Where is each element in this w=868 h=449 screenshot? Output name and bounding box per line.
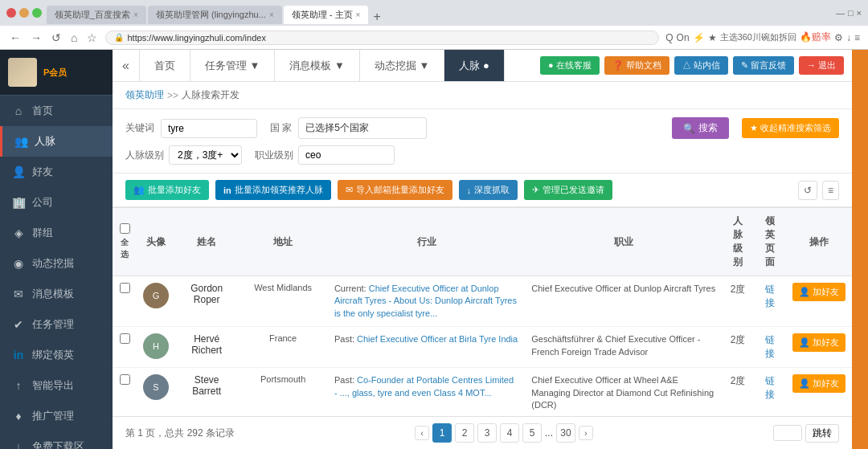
keyword-input[interactable]	[161, 119, 257, 138]
lightning-btn[interactable]: ⚡	[693, 32, 705, 43]
breadcrumb-home[interactable]: 领英助理	[125, 88, 164, 102]
name-cell: Steve Barrett	[175, 368, 238, 416]
inbox-button[interactable]: △ 站内信	[674, 56, 728, 75]
on-btn[interactable]: On	[677, 32, 690, 43]
row-checkbox-2[interactable]	[120, 374, 130, 385]
home-button[interactable]: ⌂	[69, 31, 79, 44]
refresh-button[interactable]: ↺	[50, 31, 63, 44]
hot-btn[interactable]: 🔥赔率	[800, 31, 831, 44]
sidebar-item-groups[interactable]: ◈ 群组	[0, 218, 113, 248]
tab-2-label: 领英助理管网 (lingyingzhu...	[156, 9, 266, 21]
browser-tab-3[interactable]: 领英助理 - 主页 ×	[284, 6, 369, 24]
main-with-strip: « 首页 任务管理 ▼ 消息模板 ▼ 动态挖掘 ▼	[113, 50, 868, 449]
name-cell: Gordon Roper	[175, 276, 238, 327]
page-2-button[interactable]: 2	[455, 423, 474, 443]
star-btn[interactable]: ★	[708, 32, 717, 43]
job-input[interactable]	[298, 145, 395, 165]
select-all-checkbox[interactable]	[120, 223, 130, 234]
address-input[interactable]: 🔒 https://www.lingyingzhuli.com/index	[105, 31, 659, 45]
sidebar-item-linkedin[interactable]: in 绑定领英	[0, 340, 113, 370]
deep-fetch-button[interactable]: ↓ 深度抓取	[459, 180, 518, 200]
sidebar-item-tasks[interactable]: ✔ 任务管理	[0, 309, 113, 340]
nav-item-dynamic[interactable]: 动态挖掘 ▼	[360, 50, 444, 81]
country-value[interactable]: 已选择5个国家	[298, 117, 427, 139]
sidebar-nav: ⌂ 首页 👥 人脉 👤 好友 🏢 公司 ◈ 群组 ◉ 动态挖掘	[0, 96, 113, 449]
degree-cell: 2度	[722, 327, 754, 368]
batch-add-friends-button[interactable]: 👥 批量添加好友	[125, 180, 209, 200]
sidebar-item-messages[interactable]: ✉ 消息模板	[0, 279, 113, 309]
browser-tabs: 领英助理_百度搜索 × 领英助理管网 (lingyingzhu... × 领英助…	[47, 2, 831, 24]
search-button[interactable]: 🔍 搜索	[672, 117, 729, 139]
table-body: GGordon RoperWest MidlandsCurrent: Chief…	[113, 276, 852, 417]
sidebar-item-company[interactable]: 🏢 公司	[0, 187, 113, 218]
nav-item-contacts[interactable]: 人脉 ●	[444, 50, 504, 81]
linkedin-link-1[interactable]: 链接	[765, 334, 775, 359]
sidebar-item-download[interactable]: ↓ 免费下载区	[0, 431, 113, 449]
close-dot[interactable]	[6, 8, 16, 18]
help-docs-button[interactable]: ❓ 帮助文档	[604, 56, 669, 75]
forward-button[interactable]: →	[29, 31, 43, 44]
add-friend-button-1[interactable]: 👤 加好友	[792, 333, 845, 352]
download-btn[interactable]: ↓	[846, 32, 851, 43]
tab-3-close[interactable]: ×	[356, 10, 361, 19]
page-ellipsis: ...	[545, 427, 553, 439]
new-tab-button[interactable]: +	[370, 10, 383, 24]
search-engine-btn[interactable]: Q	[665, 32, 673, 43]
logout-button[interactable]: → 退出	[799, 56, 844, 75]
nav-item-tasks[interactable]: 任务管理 ▼	[190, 50, 275, 81]
main-content: « 首页 任务管理 ▼ 消息模板 ▼ 动态挖掘 ▼	[113, 50, 852, 449]
avatar-1: H	[143, 333, 169, 359]
sidebar-item-promo[interactable]: ♦ 推广管理	[0, 401, 113, 431]
promo-icon: ♦	[11, 410, 26, 422]
sidebar-item-export[interactable]: ↑ 智能导出	[0, 370, 113, 401]
search-icon: 🔍	[683, 123, 695, 134]
app-container: P会员 ⌂ 首页 👥 人脉 👤 好友 🏢 公司 ◈ 群组	[0, 50, 868, 449]
user-badge: P会员	[43, 67, 67, 79]
page-3-button[interactable]: 3	[477, 423, 497, 443]
row-checkbox-0[interactable]	[120, 283, 130, 293]
extensions-btn[interactable]: ⚙	[834, 32, 843, 43]
page-1-button[interactable]: 1	[432, 423, 452, 443]
nav-item-home[interactable]: 首页	[140, 50, 190, 81]
degree-select[interactable]: 2度，3度+	[169, 145, 242, 165]
nav-item-messages[interactable]: 消息模板 ▼	[275, 50, 359, 81]
collect-filter-button[interactable]: ★ 收起精准搜索筛选	[742, 118, 839, 138]
tab-1-close[interactable]: ×	[133, 10, 138, 19]
add-friend-button-2[interactable]: 👤 加好友	[792, 374, 845, 393]
next-page-button[interactable]: ›	[579, 426, 593, 440]
avatar-2: S	[143, 374, 169, 400]
browser-tab-2[interactable]: 领英助理管网 (lingyingzhu... ×	[148, 6, 282, 24]
browser-tab-1[interactable]: 领英助理_百度搜索 ×	[47, 6, 146, 24]
bookmark-button[interactable]: ☆	[85, 31, 99, 44]
nav-toggle[interactable]: «	[113, 50, 140, 81]
sidebar-item-friends[interactable]: 👤 好友	[0, 157, 113, 187]
refresh-table-button[interactable]: ↺	[798, 181, 817, 200]
sidebar-item-home[interactable]: ⌂ 首页	[0, 96, 113, 126]
page-5-button[interactable]: 5	[522, 423, 542, 443]
back-button[interactable]: ←	[8, 31, 23, 44]
linkedin-link-0[interactable]: 链接	[765, 284, 775, 308]
sidebar-item-dynamic[interactable]: ◉ 动态挖掘	[0, 248, 113, 279]
minimize-dot[interactable]	[19, 8, 29, 18]
list-view-button[interactable]: ≡	[822, 181, 839, 200]
settings-btn[interactable]: ≡	[854, 32, 860, 43]
goto-input[interactable]	[773, 425, 802, 441]
linkedin-link-2[interactable]: 链接	[765, 375, 775, 400]
col-name: 姓名	[175, 208, 238, 276]
feedback-button[interactable]: ✎ 留言反馈	[733, 56, 794, 75]
add-friend-button-0[interactable]: 👤 加好友	[792, 283, 845, 301]
goto-button[interactable]: 跳转	[805, 424, 839, 443]
download-icon: ↓	[11, 440, 26, 449]
online-service-button[interactable]: ● 在线客服	[540, 56, 600, 75]
page-30-button[interactable]: 30	[556, 423, 575, 443]
row-checkbox-1[interactable]	[120, 333, 130, 344]
tasks-icon: ✔	[11, 318, 26, 331]
prev-page-button[interactable]: ‹	[415, 426, 429, 440]
sidebar-item-contacts[interactable]: 👥 人脉	[0, 126, 113, 157]
manage-invites-button[interactable]: ✈ 管理已发送邀请	[524, 180, 612, 200]
import-email-button[interactable]: ✉ 导入邮箱批量添加好友	[338, 180, 452, 200]
tab-2-close[interactable]: ×	[269, 10, 274, 19]
maximize-dot[interactable]	[32, 8, 42, 18]
batch-add-linkedin-button[interactable]: in 批量添加领英推荐人脉	[215, 180, 331, 200]
page-4-button[interactable]: 4	[500, 423, 519, 443]
